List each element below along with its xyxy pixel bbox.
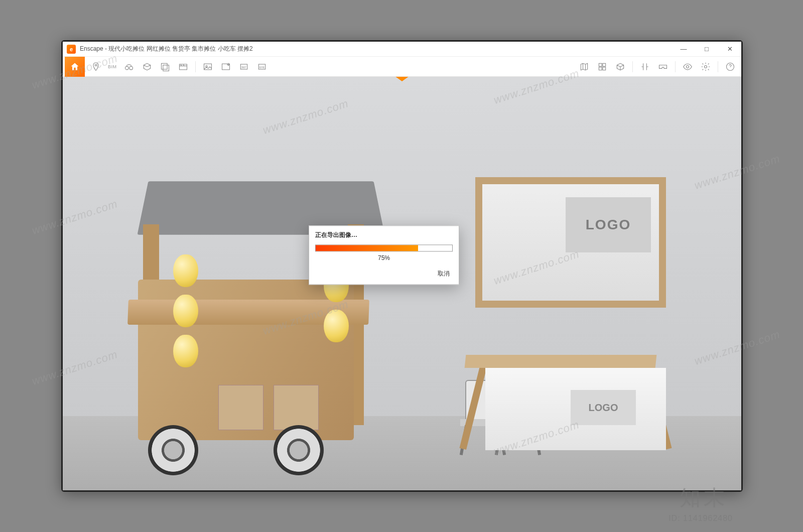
- svg-point-2: [129, 66, 132, 70]
- home-icon: [70, 62, 80, 72]
- eye-icon: [683, 62, 693, 72]
- svg-rect-3: [161, 63, 167, 69]
- app-icon: e: [67, 45, 76, 54]
- export-progress-dialog: 正在导出图像… 75% 取消: [309, 225, 459, 285]
- close-button[interactable]: ✕: [718, 42, 741, 56]
- toolbar-separator: [675, 61, 676, 72]
- svg-point-1: [125, 66, 128, 70]
- location-pin-icon: [91, 62, 101, 72]
- wheel-icon: [274, 425, 324, 475]
- booth-logo-banner: LOGO: [566, 197, 651, 252]
- lantern-icon: [173, 335, 198, 367]
- progress-percent-label: 75%: [309, 252, 459, 265]
- toolbar: BIM 360° EXE: [63, 57, 741, 77]
- home-button[interactable]: [65, 57, 85, 77]
- video-icon: [178, 62, 188, 72]
- binoculars-button[interactable]: [121, 59, 137, 75]
- perspective-button[interactable]: [139, 59, 155, 75]
- render-viewport[interactable]: LOGO LOGO 正在导出图像… 75%: [63, 77, 741, 490]
- lantern-icon: [173, 254, 198, 287]
- progress-bar: [315, 244, 453, 251]
- asset-id-label: ID: 1141962480: [668, 514, 733, 523]
- svg-rect-6: [204, 64, 211, 70]
- perspective-icon: [142, 62, 152, 72]
- maximize-button[interactable]: □: [695, 42, 718, 56]
- views-button[interactable]: [157, 59, 173, 75]
- svg-rect-14: [603, 63, 606, 66]
- asset-library-icon: [597, 62, 607, 72]
- svg-rect-5: [179, 64, 187, 70]
- export-image-alt-icon: [221, 62, 231, 72]
- window-title: Enscape - 现代小吃摊位 网红摊位 售货亭 集市摊位 小吃车 摆摊2: [80, 45, 253, 53]
- location-pin-button[interactable]: [88, 59, 104, 75]
- svg-rect-13: [599, 63, 602, 66]
- svg-rect-16: [603, 67, 606, 70]
- help-button[interactable]: [722, 59, 738, 75]
- views-icon: [160, 62, 170, 72]
- asset-library-button[interactable]: [594, 59, 610, 75]
- package-icon: [615, 62, 625, 72]
- export-image-button[interactable]: [200, 59, 216, 75]
- binoculars-icon: [124, 62, 134, 72]
- minimap-button[interactable]: [576, 59, 592, 75]
- lantern-icon: [324, 310, 349, 342]
- lantern-icon: [173, 295, 198, 327]
- minimize-icon: —: [681, 45, 687, 53]
- bim-label[interactable]: BIM: [105, 64, 120, 69]
- svg-rect-15: [599, 67, 602, 70]
- minimap-icon: [579, 62, 589, 72]
- export-image-alt-button[interactable]: [218, 59, 234, 75]
- viewport-expand-chevron-icon[interactable]: [395, 77, 409, 82]
- package-button[interactable]: [612, 59, 628, 75]
- panorama-icon: 360°: [239, 62, 249, 72]
- titlebar[interactable]: e Enscape - 现代小吃摊位 网红摊位 售货亭 集市摊位 小吃车 摆摊2…: [63, 42, 741, 57]
- maximize-icon: □: [705, 45, 709, 53]
- food-cart-model: [123, 154, 384, 475]
- document-title: 现代小吃摊位 网红摊位 售货亭 集市摊位 小吃车 摆摊2: [108, 45, 252, 52]
- table-logo-panel: LOGO: [571, 390, 636, 425]
- svg-point-17: [687, 65, 689, 68]
- svg-rect-4: [163, 65, 169, 71]
- dialog-title: 正在导出图像…: [309, 226, 459, 242]
- app-icon-letter: e: [70, 46, 73, 52]
- panorama-button[interactable]: 360°: [236, 59, 252, 75]
- toolbar-separator: [195, 61, 196, 72]
- screenshot-frame: e Enscape - 现代小吃摊位 网红摊位 售货亭 集市摊位 小吃车 摆摊2…: [61, 40, 743, 492]
- exe-export-icon: EXE: [257, 62, 267, 72]
- table-model: LOGO: [465, 340, 656, 450]
- settings-button[interactable]: [698, 59, 714, 75]
- visual-settings-button[interactable]: [680, 59, 696, 75]
- compare-icon: [640, 62, 650, 72]
- gear-icon: [701, 62, 711, 72]
- video-button[interactable]: [175, 59, 191, 75]
- vr-headset-button[interactable]: [655, 59, 671, 75]
- svg-point-18: [705, 65, 707, 68]
- booth-model: LOGO: [475, 177, 666, 308]
- exe-export-button[interactable]: EXE: [254, 59, 270, 75]
- svg-text:EXE: EXE: [259, 65, 265, 68]
- svg-text:360°: 360°: [241, 65, 246, 68]
- vr-headset-icon: [658, 62, 668, 72]
- help-icon: [725, 62, 735, 72]
- wheel-icon: [148, 425, 198, 475]
- compare-button[interactable]: [637, 59, 653, 75]
- close-icon: ✕: [727, 45, 733, 53]
- toolbar-separator: [632, 61, 633, 72]
- export-image-icon: [203, 62, 213, 72]
- app-window: e Enscape - 现代小吃摊位 网红摊位 售货亭 集市摊位 小吃车 摆摊2…: [63, 42, 741, 490]
- svg-point-0: [95, 64, 96, 66]
- cardboard-box: [218, 385, 263, 430]
- progress-bar-fill: [316, 245, 418, 251]
- cancel-button[interactable]: 取消: [435, 269, 453, 279]
- minimize-button[interactable]: —: [672, 42, 695, 56]
- app-name: Enscape: [80, 45, 103, 52]
- toolbar-separator: [718, 61, 718, 72]
- cardboard-box: [274, 385, 319, 430]
